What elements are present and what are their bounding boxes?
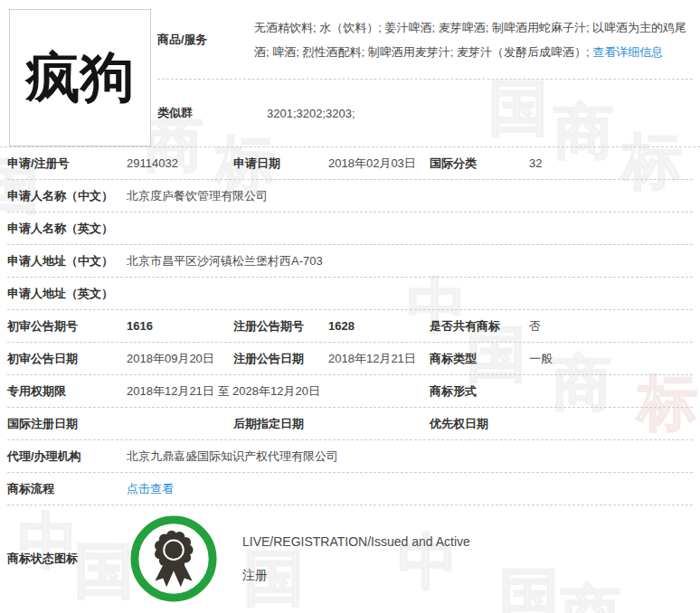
row-applicant-name-cn: 申请人名称（中文） 北京度庐餐饮管理有限公司 [7, 180, 693, 212]
prelim-gazette-no-value: 1616 [127, 319, 233, 333]
later-designation-date-label: 后期指定日期 [233, 416, 328, 432]
row-applicant-address-cn: 申请人地址（中文） 北京市昌平区沙河镇松兰堡村西A-703 [7, 245, 693, 278]
row-registration-number: 申请/注册号 29114032 申请日期 2018年02月03日 国际分类 32 [7, 147, 693, 180]
prelim-gazette-date-label: 初审公告日期 [7, 351, 127, 367]
view-details-link[interactable]: 查看详细信息 [592, 45, 663, 59]
goods-services-row: 商品/服务 无酒精饮料; 水（饮料）; 姜汁啤酒; 麦芽啤酒; 制啤酒用蛇麻子汁… [157, 0, 693, 80]
intl-reg-date-label: 国际注册日期 [7, 416, 127, 432]
reg-gazette-no-value: 1628 [328, 319, 430, 333]
status-text: LIVE/REGISTRATION/Issued and Active 注册 [242, 534, 470, 584]
row-gazette-dates: 初审公告日期 2018年09月20日 注册公告日期 2018年12月21日 商标… [7, 343, 693, 375]
prelim-gazette-no-label: 初审公告期号 [7, 318, 127, 335]
reg-gazette-date-value: 2018年12月21日 [328, 351, 430, 367]
reg-no-label: 申请/注册号 [7, 156, 127, 172]
row-trademark-status: 商标状态图标 [7, 505, 693, 612]
tm-form-label: 商标形式 [430, 383, 529, 400]
process-view-link[interactable]: 点击查看 [127, 482, 174, 495]
intl-class-label: 国际分类 [430, 156, 529, 172]
reg-gazette-no-label: 注册公告期号 [233, 318, 328, 335]
exclusive-term-value: 2018年12月21日 至 2028年12月20日 [127, 383, 430, 400]
priority-date-label: 优先权日期 [430, 416, 529, 432]
row-international-dates: 国际注册日期 后期指定日期 优先权日期 [7, 408, 693, 440]
reg-gazette-date-label: 注册公告日期 [233, 351, 328, 367]
similar-group-row: 类似群 3201;3202;3203; [157, 80, 693, 146]
row-agency: 代理/办理机构 北京九鼎嘉盛国际知识产权代理有限公司 [7, 440, 693, 473]
applicant-cn-label: 申请人名称（中文） [7, 188, 127, 204]
trademark-detail-page: 商 标 国 国 商 标 中 国 商 标 中 国 国 中 国 商 疯狗 商品/服务… [0, 0, 700, 613]
award-ribbon-icon [129, 514, 218, 603]
exclusive-term-label: 专用权期限 [7, 383, 127, 400]
agency-value: 北京九鼎嘉盛国际知识产权代理有限公司 [127, 448, 693, 465]
reg-no-value: 29114032 [127, 156, 233, 170]
header-section: 疯狗 商品/服务 无酒精饮料; 水（饮料）; 姜汁啤酒; 麦芽啤酒; 制啤酒用蛇… [0, 0, 700, 147]
co-owned-value: 否 [529, 318, 693, 335]
address-en-label: 申请人地址（英文） [7, 286, 127, 302]
row-trademark-process: 商标流程 点击查看 [7, 473, 693, 505]
goods-services-text: 无酒精饮料; 水（饮料）; 姜汁啤酒; 麦芽啤酒; 制啤酒用蛇麻子汁; 以啤酒为… [254, 15, 688, 64]
trademark-name: 疯狗 [26, 42, 135, 115]
app-date-label: 申请日期 [233, 156, 328, 172]
applicant-en-label: 申请人名称（英文） [7, 221, 127, 237]
intl-class-value: 32 [529, 156, 693, 170]
tm-type-label: 商标类型 [430, 351, 529, 367]
trademark-image: 疯狗 [9, 9, 151, 146]
app-date-value: 2018年02月03日 [328, 156, 430, 172]
similar-group-value: 3201;3202;3203; [267, 107, 355, 120]
status-line1: LIVE/REGISTRATION/Issued and Active [242, 534, 470, 549]
row-exclusive-term: 专用权期限 2018年12月21日 至 2028年12月20日 商标形式 [7, 375, 693, 408]
process-label: 商标流程 [7, 481, 127, 497]
row-gazette-numbers: 初审公告期号 1616 注册公告期号 1628 是否共有商标 否 [7, 310, 693, 343]
similar-group-label: 类似群 [157, 105, 254, 121]
goods-services-label: 商品/服务 [157, 32, 254, 48]
row-applicant-address-en: 申请人地址（英文） [7, 278, 693, 310]
status-line2: 注册 [242, 568, 470, 584]
tm-type-value: 一般 [529, 351, 693, 367]
agency-label: 代理/办理机构 [7, 448, 127, 465]
applicant-cn-value: 北京度庐餐饮管理有限公司 [127, 188, 693, 204]
detail-table: 申请/注册号 29114032 申请日期 2018年02月03日 国际分类 32… [7, 147, 693, 612]
status-label: 商标状态图标 [7, 551, 127, 567]
prelim-gazette-date-value: 2018年09月20日 [127, 351, 233, 367]
header-right: 商品/服务 无酒精饮料; 水（饮料）; 姜汁啤酒; 麦芽啤酒; 制啤酒用蛇麻子汁… [157, 0, 693, 146]
row-applicant-name-en: 申请人名称（英文） [7, 212, 693, 245]
co-owned-label: 是否共有商标 [430, 318, 529, 335]
address-cn-label: 申请人地址（中文） [7, 253, 127, 269]
address-cn-value: 北京市昌平区沙河镇松兰堡村西A-703 [127, 253, 693, 269]
